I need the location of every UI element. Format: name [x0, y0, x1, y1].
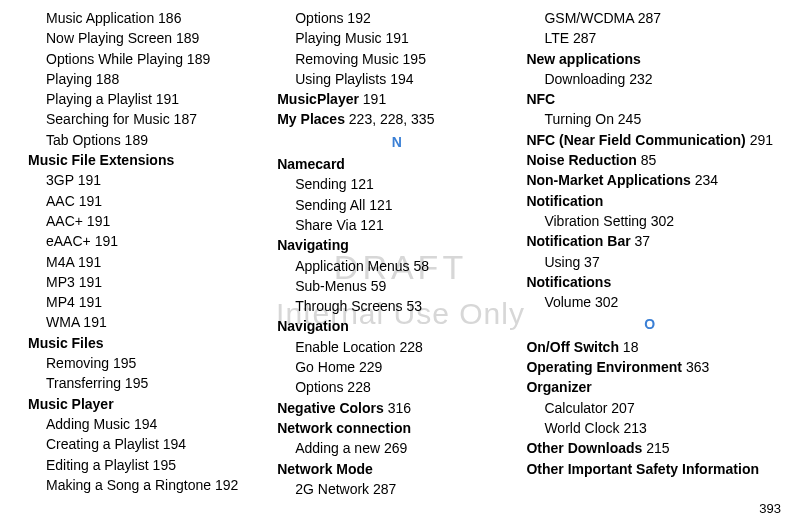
index-entry: Negative Colors 316	[277, 398, 516, 418]
index-entry-text: Sub-Menus	[295, 278, 367, 294]
index-entry-pageref: 195	[125, 375, 148, 391]
index-entry: NFC	[526, 89, 773, 109]
index-entry-text: M4A	[46, 254, 74, 270]
index-entry: Network connection	[277, 418, 516, 438]
index-entry: Operating Environment 363	[526, 357, 773, 377]
index-entry-pageref: 189	[125, 132, 148, 148]
index-entry: Editing a Playlist 195	[28, 455, 267, 475]
index-entry-pageref: 194	[163, 436, 186, 452]
index-entry-text: Non-Market Applications	[526, 172, 690, 188]
index-entry-pageref: 186	[158, 10, 181, 26]
index-entry-text: Navigating	[277, 237, 349, 253]
index-entry-text: Application Menus	[295, 258, 409, 274]
index-entry-text: Transferring	[46, 375, 121, 391]
index-entry-pageref: 287	[638, 10, 661, 26]
index-entry-pageref: 228	[347, 379, 370, 395]
index-entry-text: Notification	[526, 193, 603, 209]
index-entry-pageref: 121	[360, 217, 383, 233]
index-entry: AAC+ 191	[28, 211, 267, 231]
index-entry-pageref: 121	[350, 176, 373, 192]
index-entry-text: Notification Bar	[526, 233, 630, 249]
index-entry: AAC 191	[28, 191, 267, 211]
page-number: 393	[759, 500, 781, 519]
index-entry-pageref: 18	[623, 339, 639, 355]
index-entry: Options 192	[277, 8, 516, 28]
index-entry-text: Downloading	[544, 71, 625, 87]
index-section-letter: N	[277, 132, 516, 152]
index-entry: Non-Market Applications 234	[526, 170, 773, 190]
index-entry-pageref: 191	[79, 294, 102, 310]
index-entry: Noise Reduction 85	[526, 150, 773, 170]
index-entry-pageref: 194	[134, 416, 157, 432]
index-entry-text: WMA	[46, 314, 79, 330]
index-entry-text: Navigation	[277, 318, 349, 334]
index-entry: MusicPlayer 191	[277, 89, 516, 109]
index-entry: Options 228	[277, 377, 516, 397]
index-entry: Playing Music 191	[277, 28, 516, 48]
index-entry-pageref: 191	[78, 172, 101, 188]
index-entry-pageref: 189	[187, 51, 210, 67]
index-entry: 3GP 191	[28, 170, 267, 190]
index-entry-text: Options While Playing	[46, 51, 183, 67]
index-entry: Organizer	[526, 377, 773, 397]
index-entry-text: Sending	[295, 176, 346, 192]
index-entry-text: Editing a Playlist	[46, 457, 149, 473]
index-entry-pageref: 194	[390, 71, 413, 87]
index-entry-pageref: 363	[686, 359, 709, 375]
index-entry: Creating a Playlist 194	[28, 434, 267, 454]
index-entry-pageref: 234	[695, 172, 718, 188]
index-entry: Searching for Music 187	[28, 109, 267, 129]
index-entry-text: Enable Location	[295, 339, 395, 355]
index-entry-pageref: 228	[400, 339, 423, 355]
index-entry: Using 37	[526, 252, 773, 272]
index-entry-pageref: 192	[215, 477, 238, 493]
index-entry: Playing 188	[28, 69, 267, 89]
index-entry: Notification	[526, 191, 773, 211]
index-entry: Music Player	[28, 394, 267, 414]
index-entry: Music File Extensions	[28, 150, 267, 170]
index-entry-pageref: 215	[646, 440, 669, 456]
index-entry-text: MP4	[46, 294, 75, 310]
index-entry-pageref: 191	[156, 91, 179, 107]
index-entry-text: eAAC+	[46, 233, 91, 249]
index-entry: Turning On 245	[526, 109, 773, 129]
index-entry-text: Music Player	[28, 396, 114, 412]
index-entry-text: Music Files	[28, 335, 103, 351]
index-entry-pageref: 316	[388, 400, 411, 416]
index-entry: Sending All 121	[277, 195, 516, 215]
index-entry-text: Creating a Playlist	[46, 436, 159, 452]
index-entry-text: Vibration Setting	[544, 213, 646, 229]
index-entry-text: Searching for Music	[46, 111, 170, 127]
index-entry-text: Tab Options	[46, 132, 121, 148]
index-entry-text: Playing a Playlist	[46, 91, 152, 107]
index-entry-text: Using	[544, 254, 580, 270]
index-entry-text: New applications	[526, 51, 640, 67]
index-entry-text: Volume	[544, 294, 591, 310]
index-entry-text: Options	[295, 379, 343, 395]
index-entry-text: 2G Network	[295, 481, 369, 497]
index-entry-pageref: 287	[573, 30, 596, 46]
index-entry: MP4 191	[28, 292, 267, 312]
index-entry-text: World Clock	[544, 420, 619, 436]
index-section-letter: O	[526, 314, 773, 334]
index-entry-text: Other Important Safety Information	[526, 461, 759, 477]
index-entry-text: Operating Environment	[526, 359, 682, 375]
index-entry: Share Via 121	[277, 215, 516, 235]
index-entry: Music Application 186	[28, 8, 267, 28]
index-entry: Other Important Safety Information	[526, 459, 773, 479]
index-entry-text: MP3	[46, 274, 75, 290]
index-entry: Options While Playing 189	[28, 49, 267, 69]
index-entry-text: Adding a new	[295, 440, 380, 456]
index-entry: Removing Music 195	[277, 49, 516, 69]
index-entry-pageref: 59	[371, 278, 387, 294]
index-entry: World Clock 213	[526, 418, 773, 438]
index-entry: Calculator 207	[526, 398, 773, 418]
index-entry: New applications	[526, 49, 773, 69]
index-entry-text: GSM/WCDMA	[544, 10, 633, 26]
index-entry-text: LTE	[544, 30, 569, 46]
index-entry-text: Namecard	[277, 156, 345, 172]
index-entry: Removing 195	[28, 353, 267, 373]
index-entry-pageref: 195	[113, 355, 136, 371]
index-entry-pageref: 58	[414, 258, 430, 274]
index-entry: Through Screens 53	[277, 296, 516, 316]
